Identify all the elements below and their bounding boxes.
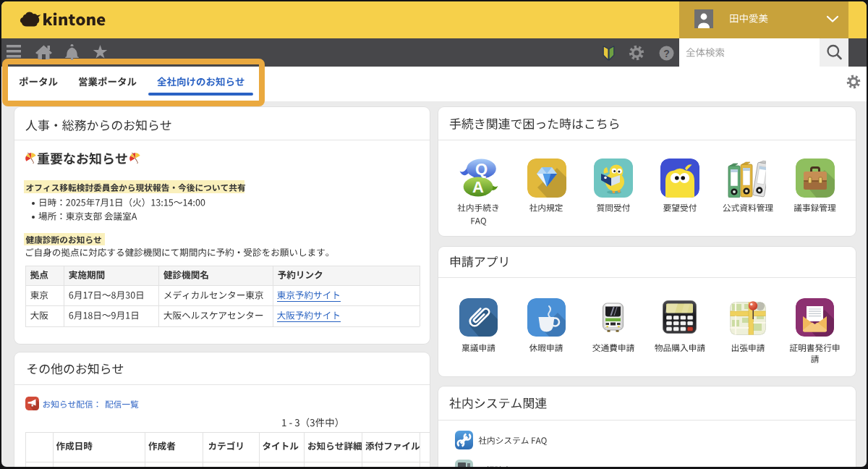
svg-text:A: A — [472, 178, 484, 196]
svg-text:Q: Q — [475, 160, 488, 178]
svg-text:?: ? — [663, 47, 670, 59]
